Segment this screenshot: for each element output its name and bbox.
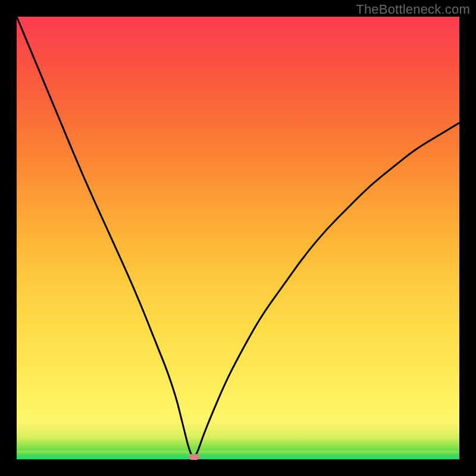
chart-frame: TheBottleneck.com [0, 0, 476, 476]
minimum-marker [189, 454, 199, 460]
plot-area [17, 17, 459, 459]
bottleneck-curve [17, 17, 459, 457]
watermark-text: TheBottleneck.com [356, 2, 470, 17]
bottleneck-curve-svg [17, 17, 459, 459]
